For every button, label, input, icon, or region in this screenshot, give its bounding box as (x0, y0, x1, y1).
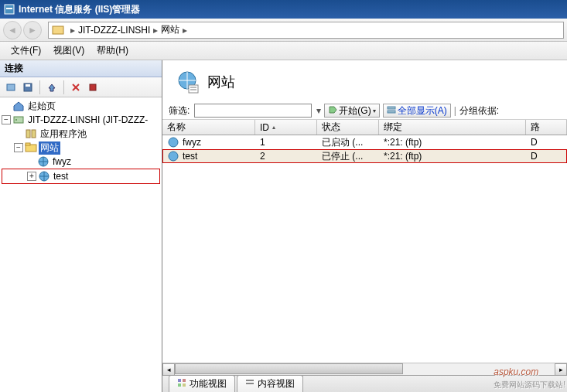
cell-id: 2 (260, 151, 265, 162)
menu-file[interactable]: 文件(F) (5, 43, 47, 59)
scroll-right-button[interactable]: ▸ (555, 363, 567, 376)
window-titlebar: Internet 信息服务 (IIS)管理器 (0, 0, 567, 19)
table-row[interactable]: test 2 已停止 (... *:21: (ftp) D (162, 149, 567, 163)
filter-input[interactable] (194, 104, 312, 118)
svg-rect-12 (32, 130, 36, 138)
nav-forward-button[interactable]: ► (23, 21, 42, 39)
scroll-track[interactable] (175, 363, 555, 375)
menu-view[interactable]: 视图(V) (47, 43, 91, 59)
tab-content[interactable]: 内容视图 (237, 375, 303, 392)
save-icon[interactable] (20, 80, 36, 95)
app-pool-icon (25, 128, 37, 140)
svg-rect-2 (53, 26, 63, 34)
go-button[interactable]: 开始(G) ▾ (324, 104, 379, 118)
svg-point-10 (15, 119, 17, 121)
svg-point-24 (169, 152, 178, 161)
svg-rect-27 (178, 383, 181, 387)
go-label: 开始(G) (339, 104, 371, 118)
scroll-left-button[interactable]: ◂ (162, 363, 175, 376)
content-panel: 网站 筛选: ▾ 开始(G) ▾ 全部显示(A) | 分组依据: 名称 ID▴ … (162, 60, 567, 392)
breadcrumb[interactable]: ▸ JIT-DZZZ-LINSHI ▸ 网站 ▸ (48, 22, 564, 39)
tab-label: 内容视图 (258, 377, 295, 390)
cell-status: 已停止 (... (322, 150, 363, 163)
nav-bar: ◄ ► ▸ JIT-DZZZ-LINSHI ▸ 网站 ▸ (0, 19, 567, 42)
menu-bar: 文件(F) 视图(V) 帮助(H) (0, 42, 567, 60)
connections-panel: 连接 起始页 − JIT-DZZZ-LINSHI (JIT-DZZZ- (0, 60, 162, 392)
connections-tree[interactable]: 起始页 − JIT-DZZZ-LINSHI (JIT-DZZZ- 应用程序池 −… (0, 97, 162, 392)
tab-features[interactable]: 功能视图 (169, 375, 235, 392)
server-icon (52, 24, 64, 36)
tab-label: 功能视图 (190, 377, 227, 390)
scroll-thumb[interactable] (175, 363, 403, 374)
tree-start-page[interactable]: 起始页 (2, 99, 160, 113)
svg-rect-25 (178, 379, 181, 382)
horizontal-scrollbar[interactable]: ◂ ▸ (162, 363, 567, 375)
svg-rect-26 (183, 379, 186, 382)
chevron-right-icon: ▸ (70, 25, 75, 36)
tree-collapse-icon[interactable]: − (14, 143, 23, 152)
nav-back-button[interactable]: ◄ (3, 21, 22, 39)
filter-bar: 筛选: ▾ 开始(G) ▾ 全部显示(A) | 分组依据: (162, 102, 567, 120)
tree-sites[interactable]: − 网站 (2, 141, 160, 155)
breadcrumb-server[interactable]: JIT-DZZZ-LINSHI (78, 25, 150, 36)
tree-site-fwyz[interactable]: fwyz (2, 155, 160, 169)
svg-rect-28 (183, 383, 186, 387)
column-status[interactable]: 状态 (317, 120, 379, 135)
tree-expander-empty (2, 101, 11, 111)
cell-binding: *:21: (ftp) (384, 137, 422, 148)
up-icon[interactable] (44, 80, 60, 95)
connect-icon[interactable] (3, 80, 19, 95)
svg-rect-5 (26, 84, 30, 87)
cell-path: D (531, 137, 538, 148)
grid-header: 名称 ID▴ 状态 绑定 路 (162, 120, 567, 135)
connections-toolbar (0, 77, 162, 97)
sort-asc-icon: ▴ (272, 124, 275, 131)
svg-rect-29 (246, 380, 254, 381)
toolbar-separator (39, 80, 40, 94)
svg-rect-21 (388, 107, 395, 109)
tree-label: 应用程序池 (39, 128, 88, 141)
column-label: 名称 (167, 121, 186, 134)
tree-label: JIT-DZZZ-LINSHI (JIT-DZZZ- (26, 114, 149, 125)
server-icon (12, 114, 25, 126)
stop-icon[interactable] (85, 80, 101, 95)
globe-icon (167, 150, 179, 162)
connections-header: 连接 (0, 60, 162, 77)
svg-rect-11 (26, 130, 30, 138)
content-icon (245, 378, 254, 390)
globe-icon (37, 155, 50, 168)
menu-help[interactable]: 帮助(H) (91, 43, 135, 59)
globe-icon (38, 170, 50, 182)
sites-grid: 名称 ID▴ 状态 绑定 路 fwyz 1 已启动 (... *:21: (ft… (162, 120, 567, 392)
column-binding[interactable]: 绑定 (379, 120, 526, 135)
tree-label: 网站 (39, 141, 60, 155)
svg-rect-3 (7, 84, 15, 90)
chevron-right-icon: ▸ (183, 25, 187, 36)
column-label: 状态 (322, 121, 340, 134)
tree-server[interactable]: − JIT-DZZZ-LINSHI (JIT-DZZZ- (2, 113, 160, 127)
svg-rect-19 (190, 87, 196, 88)
cell-status: 已启动 (... (322, 136, 363, 149)
show-all-button[interactable]: 全部显示(A) (383, 104, 451, 118)
app-icon (3, 3, 15, 15)
tree-app-pools[interactable]: 应用程序池 (2, 127, 160, 141)
tree-label: test (52, 171, 70, 182)
column-path[interactable]: 路 (526, 120, 567, 135)
tree-expand-icon[interactable]: + (27, 172, 36, 181)
cell-name: test (183, 151, 197, 162)
folder-icon (25, 141, 37, 154)
column-name[interactable]: 名称 (162, 120, 255, 135)
delete-icon[interactable] (68, 80, 84, 95)
table-row[interactable]: fwyz 1 已启动 (... *:21: (ftp) D (162, 135, 567, 149)
tree-collapse-icon[interactable]: − (2, 115, 11, 124)
tree-site-test[interactable]: + test (2, 169, 159, 183)
svg-rect-22 (388, 111, 395, 113)
svg-rect-9 (14, 117, 23, 123)
column-label: ID (260, 122, 269, 133)
bottom-tabs: 功能视图 内容视图 (162, 375, 567, 392)
home-icon (12, 100, 25, 112)
breadcrumb-node[interactable]: 网站 (161, 23, 179, 36)
svg-rect-8 (90, 84, 96, 90)
tree-label: 起始页 (26, 100, 57, 113)
column-id[interactable]: ID▴ (255, 120, 317, 135)
